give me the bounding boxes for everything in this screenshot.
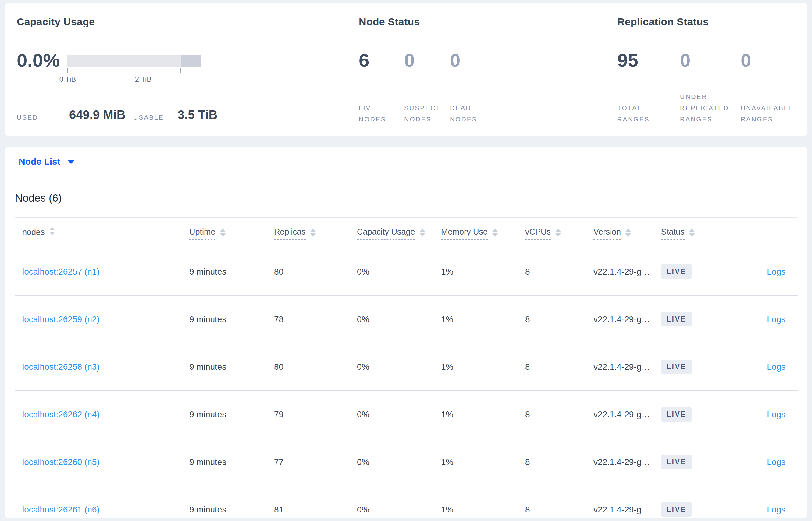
- column-header-replicas[interactable]: Replicas: [274, 218, 357, 248]
- column-header-vcpus[interactable]: vCPUs: [525, 218, 594, 248]
- usable-label: USABLE: [133, 114, 164, 121]
- column-header-memory-use[interactable]: Memory Use: [441, 218, 525, 248]
- used-label: USED: [17, 114, 38, 121]
- nodes-table-body: localhost:26257 (n1) 9 minutes 80 0% 1% …: [15, 248, 798, 521]
- capacity-percent: 0.0%: [17, 51, 60, 70]
- column-header-status[interactable]: Status: [661, 218, 725, 248]
- table-row: localhost:26261 (n6) 9 minutes 81 0% 1% …: [15, 486, 798, 521]
- status-badge: LIVE: [661, 502, 692, 517]
- table-header-row: nodes Uptime Replicas Capacity Usage: [15, 218, 798, 248]
- nodes-table-title: Nodes (6): [15, 191, 797, 205]
- capacity-usage-cell: 0%: [357, 248, 441, 296]
- version-cell: v22.1.4-29-g…: [594, 343, 661, 391]
- status-badge: LIVE: [661, 265, 692, 279]
- capacity-bar-ticks: [67, 68, 201, 74]
- node-status-section: Node Status 6 LIVE NODES 0 SUSPECT NODES…: [359, 16, 529, 125]
- under-replicated-ranges-stat: 0 UNDER-REPLICATED RANGES: [680, 16, 734, 125]
- sort-icon: [625, 228, 631, 237]
- dead-nodes-label: DEAD NODES: [450, 102, 489, 125]
- uptime-cell: 9 minutes: [189, 248, 274, 296]
- suspect-nodes-label: SUSPECT NODES: [404, 102, 446, 125]
- status-badge: LIVE: [661, 455, 692, 469]
- logs-link[interactable]: Logs: [767, 362, 786, 371]
- capacity-usage-cell: 0%: [357, 296, 441, 343]
- status-badge: LIVE: [661, 360, 692, 374]
- used-value: 649.9 MiB: [69, 108, 125, 122]
- tick-label-2: 2 TiB: [135, 75, 152, 84]
- capacity-usage-section: Capacity Usage 0.0% 0 TiB 2 TiB USED 649…: [17, 16, 236, 125]
- column-header-nodes[interactable]: nodes: [15, 218, 189, 248]
- version-cell: v22.1.4-29-g…: [594, 248, 661, 296]
- logs-link[interactable]: Logs: [767, 410, 786, 419]
- nodes-table-area: Nodes (6) nodes Uptime: [5, 191, 807, 521]
- sort-icon: [420, 228, 425, 237]
- table-row: localhost:26258 (n3) 9 minutes 80 0% 1% …: [15, 343, 798, 391]
- version-cell: v22.1.4-29-g…: [594, 438, 661, 486]
- usable-value: 3.5 TiB: [178, 108, 217, 122]
- dead-nodes-stat: 0 DEAD NODES: [450, 16, 489, 125]
- sort-icon: [49, 227, 55, 235]
- total-ranges-value: 95: [617, 51, 638, 70]
- replicas-cell: 80: [274, 343, 357, 391]
- uptime-cell: 9 minutes: [189, 296, 274, 343]
- total-ranges-stat: 95 TOTAL RANGES: [617, 16, 663, 125]
- memory-use-cell: 1%: [441, 486, 525, 521]
- replication-status-section: Replication Status 95 TOTAL RANGES 0 UND…: [617, 16, 806, 125]
- logs-link[interactable]: Logs: [767, 267, 786, 276]
- status-cell: LIVE: [661, 296, 725, 343]
- status-cell: LIVE: [661, 438, 725, 486]
- status-badge: LIVE: [661, 407, 692, 422]
- uptime-cell: 9 minutes: [189, 391, 274, 438]
- under-replicated-ranges-value: 0: [680, 51, 690, 70]
- vcpus-cell: 8: [525, 391, 594, 438]
- table-row: localhost:26257 (n1) 9 minutes 80 0% 1% …: [15, 248, 798, 296]
- memory-use-cell: 1%: [441, 391, 525, 438]
- suspect-nodes-value: 0: [404, 51, 414, 70]
- live-nodes-stat: 6 LIVE NODES: [359, 16, 398, 125]
- memory-use-cell: 1%: [441, 296, 525, 343]
- vcpus-cell: 8: [525, 248, 594, 296]
- view-selector-bar: Node List: [5, 147, 807, 176]
- unavailable-ranges-stat: 0 UNAVAILABLE RANGES: [741, 16, 803, 125]
- replicas-cell: 81: [274, 486, 357, 521]
- sort-icon: [492, 228, 498, 237]
- unavailable-ranges-value: 0: [741, 51, 751, 70]
- status-cell: LIVE: [661, 391, 725, 438]
- chevron-down-icon: [68, 160, 74, 164]
- capacity-bar-chart: 0 TiB 2 TiB: [67, 54, 201, 84]
- suspect-nodes-stat: 0 SUSPECT NODES: [404, 16, 446, 125]
- column-header-uptime[interactable]: Uptime: [189, 218, 274, 248]
- logs-link[interactable]: Logs: [767, 505, 786, 514]
- total-ranges-label: TOTAL RANGES: [617, 102, 663, 125]
- table-row: localhost:26260 (n5) 9 minutes 77 0% 1% …: [15, 438, 798, 486]
- column-header-capacity-usage[interactable]: Capacity Usage: [357, 218, 441, 248]
- node-address-link[interactable]: localhost:26259 (n2): [22, 315, 100, 324]
- capacity-usage-cell: 0%: [357, 343, 441, 391]
- uptime-cell: 9 minutes: [189, 438, 274, 486]
- node-list-card: Node List Nodes (6) nodes Uptime: [5, 147, 807, 518]
- node-address-link[interactable]: localhost:26261 (n6): [22, 505, 100, 514]
- capacity-bar: [67, 54, 201, 67]
- vcpus-cell: 8: [525, 296, 594, 343]
- sort-icon: [220, 228, 225, 237]
- sort-icon: [310, 228, 316, 237]
- sort-icon: [689, 228, 695, 237]
- cluster-summary-card: Capacity Usage 0.0% 0 TiB 2 TiB USED 649…: [5, 3, 807, 136]
- column-header-logs: [725, 218, 798, 248]
- dead-nodes-value: 0: [450, 51, 460, 70]
- node-address-link[interactable]: localhost:26262 (n4): [22, 410, 100, 419]
- node-address-link[interactable]: localhost:26258 (n3): [22, 362, 100, 371]
- status-badge: LIVE: [661, 312, 692, 326]
- node-address-link[interactable]: localhost:26260 (n5): [22, 457, 100, 467]
- capacity-usage-cell: 0%: [357, 391, 441, 438]
- replicas-cell: 80: [274, 248, 357, 296]
- logs-link[interactable]: Logs: [767, 457, 786, 467]
- node-address-link[interactable]: localhost:26257 (n1): [22, 267, 100, 276]
- capacity-usage-cell: 0%: [357, 486, 441, 521]
- logs-link[interactable]: Logs: [767, 315, 786, 324]
- node-list-dropdown[interactable]: Node List: [19, 157, 74, 167]
- capacity-usage-title: Capacity Usage: [17, 16, 236, 28]
- vcpus-cell: 8: [525, 438, 594, 486]
- column-header-version[interactable]: Version: [594, 218, 661, 248]
- status-cell: LIVE: [661, 343, 725, 391]
